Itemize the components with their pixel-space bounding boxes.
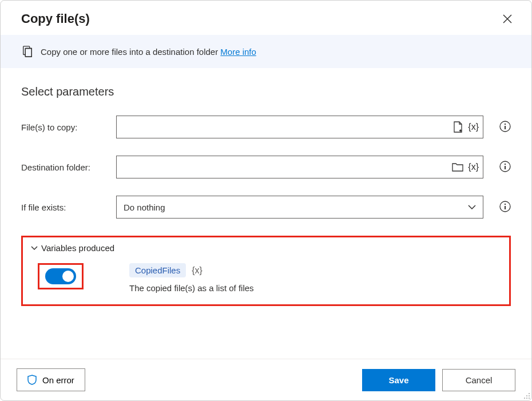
svg-point-14 (524, 398, 525, 399)
variable-toggle[interactable] (45, 268, 76, 284)
destination-folder-label: Destination folder: (21, 162, 107, 172)
svg-rect-9 (505, 204, 506, 205)
variables-produced-label: Variables produced (41, 243, 114, 253)
variables-produced-highlight: Variables produced CopiedFiles {x} The c… (21, 236, 511, 306)
destination-folder-input-wrap: {x} (116, 156, 483, 178)
svg-rect-3 (505, 124, 506, 125)
svg-point-11 (529, 393, 530, 394)
help-icon[interactable] (499, 121, 511, 134)
if-file-exists-select-wrap: Do nothing (116, 196, 483, 219)
resize-handle-icon[interactable] (523, 392, 530, 399)
save-button[interactable]: Save (362, 369, 435, 391)
dialog-title: Copy file(s) (21, 11, 90, 26)
dialog-header: Copy file(s) (1, 1, 531, 35)
toggle-highlight (38, 263, 84, 289)
svg-point-15 (526, 398, 527, 399)
destination-folder-input[interactable] (116, 156, 483, 178)
shield-icon (27, 375, 37, 385)
svg-point-13 (529, 395, 530, 396)
variable-name-row: CopiedFiles {x} (129, 263, 254, 277)
info-text: Copy one or more files into a destinatio… (41, 47, 256, 57)
variable-brace-icon: {x} (192, 265, 203, 276)
files-to-copy-input-wrap: {x} (116, 116, 483, 138)
chevron-down-icon (468, 205, 476, 209)
files-to-copy-label: File(s) to copy: (21, 122, 107, 132)
on-error-button[interactable]: On error (17, 368, 85, 391)
variable-name-badge[interactable]: CopiedFiles (129, 263, 186, 277)
if-file-exists-select[interactable]: Do nothing (116, 196, 483, 219)
if-file-exists-label: If file exists: (21, 203, 107, 212)
footer-actions: Save Cancel (362, 369, 515, 391)
copy-files-icon (21, 45, 34, 58)
variables-produced-header[interactable]: Variables produced (31, 243, 501, 253)
toggle-knob (62, 271, 74, 282)
if-file-exists-value: Do nothing (124, 203, 165, 212)
svg-rect-4 (505, 126, 506, 129)
variables-produced-body: CopiedFiles {x} The copied file(s) as a … (31, 263, 501, 293)
variable-icon[interactable]: {x} (468, 162, 479, 172)
variable-info: CopiedFiles {x} The copied file(s) as a … (129, 263, 254, 293)
field-files-to-copy: File(s) to copy: {x} (21, 116, 511, 138)
info-bar: Copy one or more files into a destinatio… (1, 35, 531, 68)
variable-description: The copied file(s) as a list of files (129, 283, 254, 293)
folder-picker-icon[interactable] (452, 162, 463, 172)
svg-rect-7 (505, 166, 506, 169)
close-button[interactable] (499, 11, 515, 27)
svg-point-12 (526, 395, 527, 396)
cancel-button[interactable]: Cancel (442, 369, 515, 391)
dialog-footer: On error Save Cancel (1, 359, 531, 400)
more-info-link[interactable]: More info (220, 47, 256, 57)
file-picker-icon[interactable] (453, 121, 463, 133)
field-destination-folder: Destination folder: {x} (21, 156, 511, 178)
svg-rect-6 (505, 164, 506, 165)
help-icon[interactable] (499, 161, 511, 174)
dialog-content: Select parameters File(s) to copy: {x} D… (1, 68, 531, 359)
variable-icon[interactable]: {x} (468, 122, 479, 132)
field-if-file-exists: If file exists: Do nothing (21, 196, 511, 219)
svg-point-16 (529, 398, 530, 399)
on-error-label: On error (42, 375, 74, 385)
files-to-copy-input[interactable] (116, 116, 483, 138)
section-heading: Select parameters (21, 85, 511, 98)
chevron-down-icon (31, 246, 38, 251)
close-icon (503, 14, 512, 23)
copy-files-dialog: Copy file(s) Copy one or more files into… (0, 0, 532, 401)
help-icon[interactable] (499, 201, 511, 214)
svg-rect-10 (505, 206, 506, 209)
